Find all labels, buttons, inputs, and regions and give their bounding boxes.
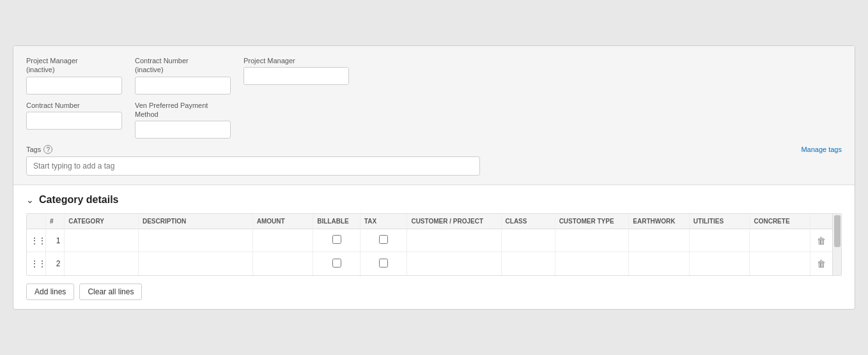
contract-number-1-input[interactable] [135,77,231,94]
col-header-earthwork: EARTHWORK [629,214,690,229]
category-table-wrapper: # CATEGORY DESCRIPTION AMOUNT BILLABLE T… [26,213,842,276]
col-header-description: DESCRIPTION [138,214,252,229]
delete-button-2[interactable]: 🗑 [814,257,828,270]
customer-project-cell-1[interactable] [407,229,501,252]
ven-preferred-label: Ven Preferred Payment Method [135,101,231,119]
scrollbar-thumb[interactable] [834,215,841,247]
add-lines-button[interactable]: Add lines [26,283,74,300]
category-cell-2[interactable] [65,252,139,275]
description-cell-2[interactable] [138,252,252,275]
earthwork-cell-1[interactable] [629,229,690,252]
col-header-utilities: UTILITIES [689,214,750,229]
billable-checkbox-1[interactable] [332,235,341,244]
top-form-section: Project Manager (inactive) Contract Numb… [13,46,855,185]
contract-number-1-group: Contract Number (inactive) [135,56,231,94]
tags-label-text: Tags [26,146,41,153]
delete-button-1[interactable]: 🗑 [814,234,828,247]
tags-label-group: Tags ? [26,145,52,154]
section-title: Category details [39,194,118,206]
project-manager-2-input[interactable] [244,67,349,85]
concrete-cell-1[interactable] [750,229,810,252]
contract-number-1-label: Contract Number (inactive) [135,56,231,75]
ven-preferred-group: Ven Preferred Payment Method [135,101,231,139]
form-row-1: Project Manager (inactive) Contract Numb… [26,56,842,94]
row-num-1: 1 [45,229,64,252]
col-header-customer-type: CUSTOMER TYPE [555,214,629,229]
table-row: ⋮⋮ 2 [27,252,841,275]
tags-header: Tags ? Manage tags [26,145,842,154]
category-table: # CATEGORY DESCRIPTION AMOUNT BILLABLE T… [27,214,841,275]
main-container: Project Manager (inactive) Contract Numb… [13,45,855,310]
scrollbar-track [832,214,841,275]
table-row: ⋮⋮ 1 [27,229,841,252]
drag-handle-1[interactable]: ⋮⋮ [27,229,45,252]
manage-tags-link[interactable]: Manage tags [801,146,842,153]
form-row-2: Contract Number Ven Preferred Payment Me… [26,101,842,139]
table-header-row: # CATEGORY DESCRIPTION AMOUNT BILLABLE T… [27,214,841,229]
tax-cell-2 [360,252,407,275]
project-manager-1-label: Project Manager (inactive) [26,56,122,75]
col-header-num: # [45,214,64,229]
tags-input[interactable] [26,156,480,176]
billable-cell-2 [313,252,360,275]
utilities-cell-1[interactable] [689,229,750,252]
customer-project-cell-2[interactable] [407,252,501,275]
project-manager-1-input[interactable] [26,77,122,94]
customer-type-cell-1[interactable] [555,229,629,252]
class-cell-2[interactable] [501,252,555,275]
chevron-down-icon: ⌄ [26,195,34,205]
project-manager-1-group: Project Manager (inactive) [26,56,122,94]
col-header-amount: AMOUNT [252,214,313,229]
class-cell-1[interactable] [501,229,555,252]
contract-number-2-label: Contract Number [26,101,122,110]
project-manager-2-label: Project Manager [244,56,349,65]
tax-checkbox-1[interactable] [379,235,388,244]
col-header-category: CATEGORY [65,214,139,229]
category-cell-1[interactable] [65,229,139,252]
amount-cell-2[interactable] [252,252,313,275]
col-header-billable: BILLABLE [313,214,360,229]
customer-type-cell-2[interactable] [555,252,629,275]
amount-cell-1[interactable] [252,229,313,252]
col-header-tax: TAX [360,214,407,229]
earthwork-cell-2[interactable] [629,252,690,275]
tax-checkbox-2[interactable] [379,259,388,268]
category-details-section: ⌄ Category details # CATEGORY DESCRIPTIO… [13,185,855,276]
col-header-concrete: CONCRETE [750,214,810,229]
concrete-cell-2[interactable] [750,252,810,275]
col-header-drag [27,214,45,229]
clear-all-lines-button[interactable]: Clear all lines [79,283,142,300]
tax-cell-1 [360,229,407,252]
ven-preferred-input[interactable] [135,121,231,139]
row-num-2: 2 [45,252,64,275]
contract-number-2-input[interactable] [26,112,122,130]
billable-cell-1 [313,229,360,252]
contract-number-2-group: Contract Number [26,101,122,130]
bottom-buttons: Add lines Clear all lines [13,276,855,309]
description-cell-1[interactable] [138,229,252,252]
project-manager-2-group: Project Manager [244,56,349,85]
col-header-class: CLASS [501,214,555,229]
tags-row: Tags ? Manage tags [26,145,842,176]
billable-checkbox-2[interactable] [332,259,341,268]
utilities-cell-2[interactable] [689,252,750,275]
tags-help-icon[interactable]: ? [43,145,52,154]
section-header[interactable]: ⌄ Category details [26,194,842,206]
col-header-customer-project: CUSTOMER / PROJECT [407,214,501,229]
drag-handle-2[interactable]: ⋮⋮ [27,252,45,275]
